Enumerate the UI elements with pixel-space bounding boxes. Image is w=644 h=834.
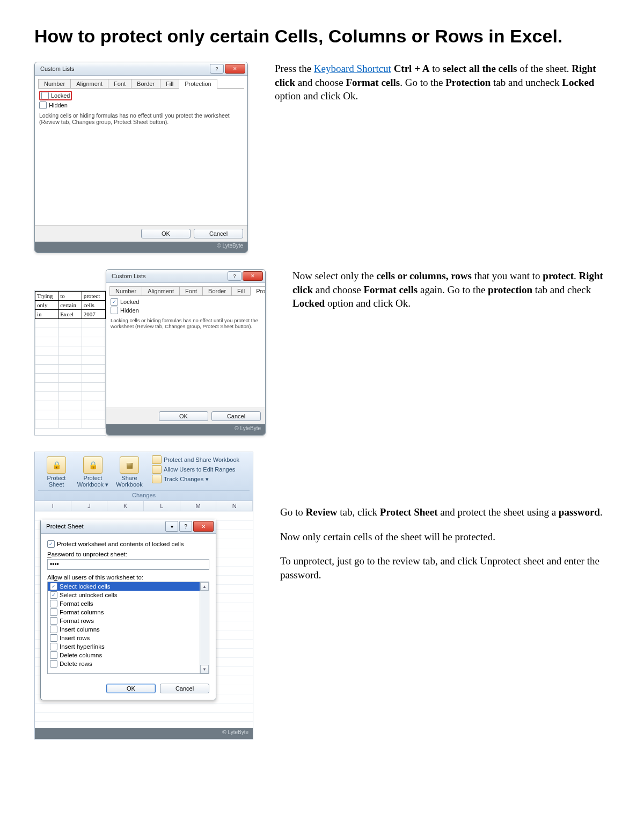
permission-label: Insert columns <box>60 626 100 633</box>
locked-checkbox[interactable] <box>41 92 49 99</box>
permission-checkbox[interactable] <box>50 583 57 590</box>
help-button[interactable]: ? <box>179 521 192 532</box>
allow-edit-ranges-button[interactable]: Allow Users to Edit Ranges <box>152 465 250 474</box>
column-headers: IJKLMN <box>35 501 253 511</box>
share-workbook-ribbon-button[interactable]: ▦ Share Workbook <box>111 455 148 488</box>
hidden-label: Hidden <box>49 102 68 108</box>
qat-button[interactable]: ▾ <box>165 521 178 532</box>
protect-share-workbook-button[interactable]: Protect and Share Workbook <box>152 455 250 464</box>
permission-item[interactable]: Format rows <box>48 617 209 625</box>
protect-sheet-ribbon-button[interactable]: 🔒 Protect Sheet <box>38 455 75 488</box>
protect-toggle-label: Protect worksheet and contents of locked… <box>57 541 184 547</box>
help-button[interactable]: ? <box>228 271 241 281</box>
permission-label: Insert hyperlinks <box>60 643 105 650</box>
step2-paragraph: Now select only the cells or columns, ro… <box>292 269 610 310</box>
tab-font[interactable]: Font <box>179 286 203 295</box>
user-icon <box>152 465 162 474</box>
tab-alignment[interactable]: Alignment <box>70 79 108 88</box>
watermark: © LyteByte <box>35 728 253 739</box>
format-cells-dialog-1: Custom Lists ? ✕ Number Alignment Font B… <box>34 62 248 253</box>
track-changes-button[interactable]: Track Changes ▾ <box>152 475 250 483</box>
cancel-button[interactable]: Cancel <box>194 229 243 238</box>
help-button[interactable]: ? <box>210 64 224 74</box>
close-button[interactable]: ✕ <box>225 64 245 74</box>
permission-item[interactable]: Select locked cells <box>48 582 209 591</box>
permission-checkbox[interactable] <box>50 591 57 599</box>
hidden-checkbox[interactable] <box>39 101 47 109</box>
hidden-checkbox[interactable] <box>111 307 118 314</box>
tab-fill[interactable]: Fill <box>160 79 179 88</box>
permission-item[interactable]: Insert columns <box>48 625 209 634</box>
permission-item[interactable]: Format cells <box>48 599 209 608</box>
allow-label: Allow all users of this worksheet to: <box>47 574 209 581</box>
dialog-title: Custom Lists <box>40 66 75 72</box>
locked-label: Locked <box>120 299 139 305</box>
permission-label: Delete rows <box>60 661 92 667</box>
permission-item[interactable]: Delete rows <box>48 659 209 668</box>
permission-checkbox[interactable] <box>50 634 57 642</box>
permission-checkbox[interactable] <box>50 626 57 633</box>
ribbon-group-label: Changes <box>38 490 250 499</box>
lock-icon: 🔒 <box>83 456 103 474</box>
cancel-button[interactable]: Cancel <box>160 684 209 693</box>
permission-item[interactable]: Select unlocked cells <box>48 591 209 599</box>
tab-protection[interactable]: Protection <box>179 79 217 89</box>
permission-item[interactable]: Format columns <box>48 608 209 617</box>
cancel-button[interactable]: Cancel <box>211 411 261 421</box>
permission-checkbox[interactable] <box>50 600 57 607</box>
scroll-up-button[interactable]: ▲ <box>200 582 209 591</box>
permission-checkbox[interactable] <box>50 617 57 625</box>
tab-border[interactable]: Border <box>131 79 160 88</box>
permission-checkbox[interactable] <box>50 643 57 650</box>
watermark: © LyteByte <box>106 424 265 435</box>
tab-number[interactable]: Number <box>109 286 142 295</box>
tab-fill[interactable]: Fill <box>231 286 251 295</box>
tab-border[interactable]: Border <box>202 286 232 295</box>
tab-alignment[interactable]: Alignment <box>142 286 180 295</box>
step3-paragraph-3: To unprotect, just go to the review tab,… <box>280 554 610 582</box>
permission-label: Format cells <box>60 600 93 607</box>
ok-button[interactable]: OK <box>141 229 191 238</box>
ok-button[interactable]: OK <box>159 411 208 421</box>
protection-note: Locking cells or hiding formulas has no … <box>111 317 261 329</box>
page-title: How to protect only certain Cells, Colum… <box>34 26 610 47</box>
permission-checkbox[interactable] <box>50 651 57 659</box>
password-input[interactable] <box>47 559 209 570</box>
permission-label: Format columns <box>60 609 104 615</box>
hidden-label: Hidden <box>120 307 139 314</box>
protect-toggle-checkbox[interactable] <box>47 540 55 548</box>
keyboard-shortcut-link[interactable]: Keyboard Shortcut <box>314 63 391 74</box>
scroll-down-button[interactable]: ▼ <box>200 665 209 673</box>
permission-item[interactable]: Insert hyperlinks <box>48 642 209 651</box>
locked-highlight: Locked <box>39 91 72 100</box>
permission-item[interactable]: Insert rows <box>48 634 209 642</box>
protect-workbook-ribbon-button[interactable]: 🔒 Protect Workbook ▾ <box>75 455 111 488</box>
locked-checkbox[interactable] <box>111 298 118 306</box>
tab-strip: Number Alignment Font Border Fill Protec… <box>109 286 262 296</box>
tab-number[interactable]: Number <box>38 79 71 88</box>
table-row: Tryingtoprotect <box>35 292 106 301</box>
permission-label: Format rows <box>60 618 94 624</box>
close-button[interactable]: ✕ <box>243 271 263 281</box>
step3-paragraph-2: Now only certain cells of the sheet will… <box>280 530 610 544</box>
permissions-list: Select locked cellsSelect unlocked cells… <box>47 582 209 674</box>
scrollbar[interactable]: ▲ ▼ <box>200 582 209 673</box>
permission-checkbox[interactable] <box>50 660 57 668</box>
table-row: onlycertaincells <box>35 301 106 310</box>
tab-protection[interactable]: Protection <box>250 286 266 296</box>
permission-label: Insert rows <box>60 635 90 641</box>
shield-icon <box>152 455 162 464</box>
step1-paragraph: Press the Keyboard Shortcut Ctrl + A to … <box>275 62 610 103</box>
tab-font[interactable]: Font <box>108 79 131 88</box>
password-label: PPassword to unprotect sheet:assword to … <box>47 551 209 557</box>
protection-note: Locking cells or hiding formulas has no … <box>39 112 243 125</box>
tab-strip: Number Alignment Font Border Fill Protec… <box>38 79 244 89</box>
ok-button[interactable]: OK <box>106 684 156 693</box>
permission-checkbox[interactable] <box>50 608 57 616</box>
share-icon: ▦ <box>120 456 139 474</box>
watermark: © LyteByte <box>35 242 247 252</box>
close-button[interactable]: ✕ <box>193 521 214 532</box>
track-icon <box>152 475 162 483</box>
dialog-title: Custom Lists <box>112 273 146 279</box>
permission-item[interactable]: Delete columns <box>48 651 209 659</box>
